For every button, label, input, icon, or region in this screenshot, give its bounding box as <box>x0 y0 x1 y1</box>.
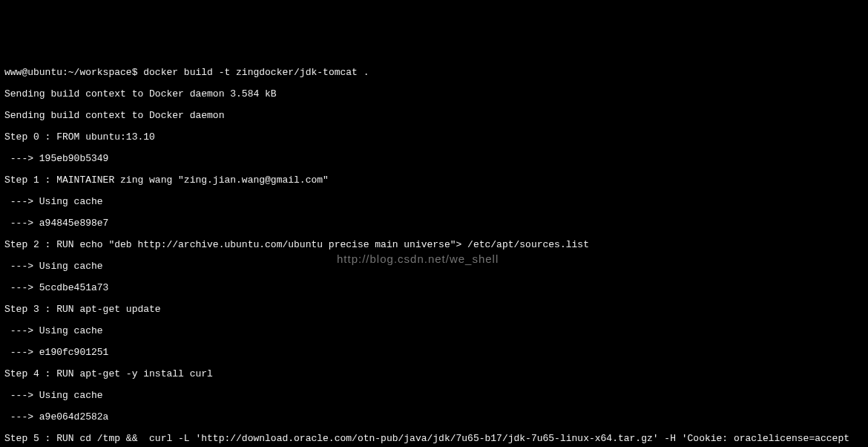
terminal-output-line: Step 3 : RUN apt-get update <box>4 304 864 316</box>
terminal-output-line: ---> a9e064d2582a <box>4 412 864 423</box>
terminal-output-line: Step 1 : MAINTAINER zing wang "zing.jian… <box>4 175 864 186</box>
terminal-prompt-line: www@ubuntu:~/workspace$ docker build -t … <box>4 68 864 79</box>
terminal-output-line: Step 5 : RUN cd /tmp && curl -L 'http://… <box>4 434 864 445</box>
terminal-output-line: ---> a94845e898e7 <box>4 218 864 229</box>
terminal-output-line: Sending build context to Docker daemon <box>4 111 864 122</box>
terminal-output-line: ---> e190fc901251 <box>4 348 864 359</box>
terminal-output-line: ---> Using cache <box>4 197 864 208</box>
terminal-output-line: ---> Using cache <box>4 326 864 337</box>
terminal-output-line: ---> Using cache <box>4 391 864 402</box>
terminal-output-line: Step 4 : RUN apt-get -y install curl <box>4 369 864 380</box>
shell-command: docker build -t zingdocker/jdk-tomcat . <box>143 67 369 78</box>
terminal-output-line: Step 0 : FROM ubuntu:13.10 <box>4 132 864 143</box>
terminal-output-line: ---> Using cache <box>4 261 864 273</box>
terminal-output-line: Step 2 : RUN echo "deb http://archive.ub… <box>4 240 864 251</box>
terminal-output-line: Sending build context to Docker daemon 3… <box>4 89 864 100</box>
terminal-output-line: ---> 5ccdbe451a73 <box>4 283 864 294</box>
terminal-output-line: ---> 195eb90b5349 <box>4 154 864 165</box>
shell-prompt: www@ubuntu:~/workspace$ <box>4 67 143 78</box>
